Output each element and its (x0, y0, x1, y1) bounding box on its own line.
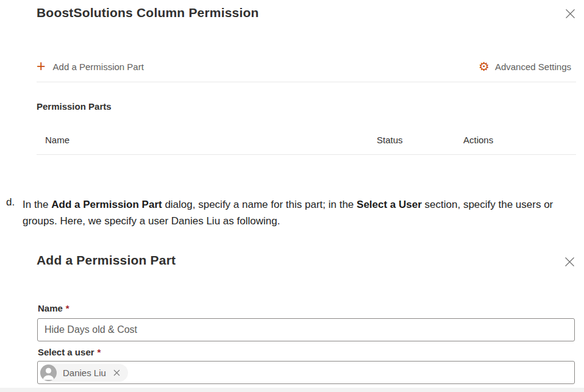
advanced-settings-label: Advanced Settings (495, 62, 571, 72)
remove-user-button[interactable] (112, 368, 121, 377)
column-header-status[interactable]: Status (377, 135, 403, 145)
permission-parts-heading: Permission Parts (37, 101, 112, 112)
step-marker: d. (6, 196, 15, 208)
name-label-text: Name (38, 303, 63, 313)
dialog-title: BoostSolutions Column Permission (37, 5, 259, 20)
name-field-label: Name* (38, 303, 69, 313)
user-chip: Danies Liu (40, 364, 128, 382)
column-header-actions[interactable]: Actions (463, 135, 493, 145)
user-chip-name: Danies Liu (63, 368, 106, 378)
close-button[interactable] (563, 255, 576, 268)
gear-icon: ⚙ (479, 60, 490, 73)
advanced-settings-button[interactable]: ⚙ Advanced Settings (479, 57, 571, 76)
name-input[interactable] (37, 318, 575, 341)
user-field-label: Select a user* (38, 347, 101, 357)
step-text-bold: Select a User (357, 199, 422, 210)
close-button[interactable] (564, 7, 577, 20)
step-text-part: In the (23, 199, 51, 210)
add-permission-part-label: Add a Permission Part (53, 62, 144, 72)
step-text-bold: Add a Permission Part (51, 199, 162, 210)
plus-icon: + (37, 59, 46, 73)
step-text: In the Add a Permission Part dialog, spe… (23, 196, 569, 229)
user-picker-field[interactable]: Danies Liu (37, 361, 575, 384)
close-icon (565, 12, 575, 21)
dialog-title: Add a Permission Part (37, 253, 176, 268)
remove-user-icon (113, 369, 120, 378)
close-icon (564, 260, 575, 269)
required-asterisk: * (98, 347, 101, 357)
step-text-part: dialog, specify a name for this part; in… (162, 199, 357, 210)
required-asterisk: * (66, 303, 69, 313)
toolbar-divider (37, 82, 576, 82)
user-label-text: Select a user (38, 347, 94, 357)
table-header-divider (37, 154, 576, 155)
user-avatar-icon (40, 365, 57, 381)
column-header-name[interactable]: Name (45, 135, 69, 145)
next-screenshot-edge (0, 388, 584, 392)
add-permission-part-button[interactable]: + Add a Permission Part (37, 57, 144, 76)
